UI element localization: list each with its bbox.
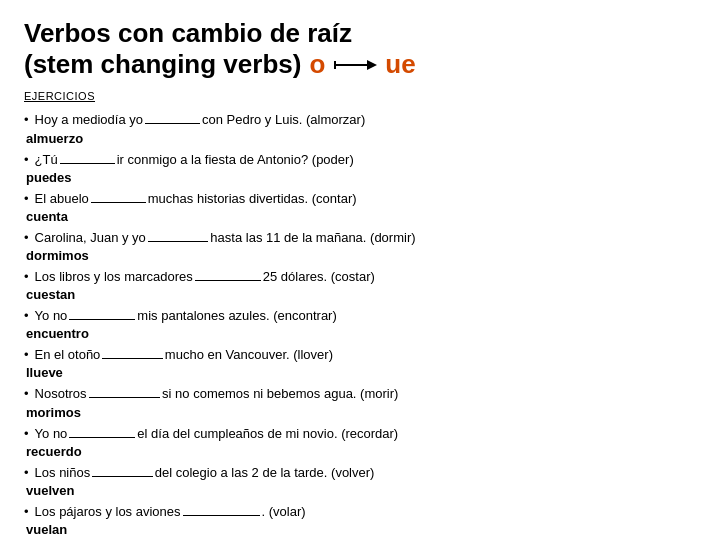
bullet: • (24, 150, 29, 170)
exercise-text-before: Carolina, Juan y yo (35, 228, 146, 248)
exercise-blank (69, 437, 135, 438)
exercise-line: •Yo no mis pantalones azules. (encontrar… (24, 306, 696, 326)
exercise-blank (102, 358, 163, 359)
exercise-item: •En el otoño mucho en Vancouver. (llover… (24, 345, 696, 380)
exercise-text-after: ir conmigo a la fiesta de Antonio? (pode… (117, 150, 354, 170)
title-ue: ue (385, 49, 415, 80)
arrow-icon (333, 56, 377, 74)
exercise-text-after: si no comemos ni bebemos agua. (morir) (162, 384, 398, 404)
exercise-blank (148, 241, 209, 242)
exercise-answer: almuerzo (26, 131, 696, 146)
exercise-text-before: Yo no (35, 424, 68, 444)
exercise-blank (195, 280, 261, 281)
exercise-text-after: con Pedro y Luis. (almorzar) (202, 110, 365, 130)
exercise-line: •Hoy a mediodía yo con Pedro y Luis. (al… (24, 110, 696, 130)
bullet: • (24, 345, 29, 365)
exercise-text-before: ¿Tú (35, 150, 58, 170)
bullet: • (24, 189, 29, 209)
exercise-line: •Nosotros si no comemos ni bebemos agua.… (24, 384, 696, 404)
exercise-text-before: Los pájaros y los aviones (35, 502, 181, 522)
exercise-answer: cuestan (26, 287, 696, 302)
exercise-line: •Los libros y los marcadores 25 dólares.… (24, 267, 696, 287)
exercise-line: •Carolina, Juan y yo hasta las 11 de la … (24, 228, 696, 248)
exercise-line: •¿Tú ir conmigo a la fiesta de Antonio? … (24, 150, 696, 170)
bullet: • (24, 502, 29, 522)
exercise-item: •Yo no el día del cumpleaños de mi novio… (24, 424, 696, 459)
exercise-text-after: el día del cumpleaños de mi novio. (reco… (137, 424, 398, 444)
exercise-blank (89, 397, 161, 398)
exercise-line: •En el otoño mucho en Vancouver. (llover… (24, 345, 696, 365)
exercise-answer: vuelan (26, 522, 696, 537)
exercise-item: •¿Tú ir conmigo a la fiesta de Antonio? … (24, 150, 696, 185)
exercise-text-before: En el otoño (35, 345, 101, 365)
page-container: Verbos con cambio de raíz (stem changing… (0, 0, 720, 540)
exercise-item: •El abuelo muchas historias divertidas. … (24, 189, 696, 224)
svg-marker-2 (367, 60, 377, 70)
exercise-blank (92, 476, 153, 477)
exercise-item: •Los libros y los marcadores 25 dólares.… (24, 267, 696, 302)
exercise-blank (60, 163, 115, 164)
bullet: • (24, 424, 29, 444)
exercise-text-after: mucho en Vancouver. (llover) (165, 345, 333, 365)
exercise-text-before: El abuelo (35, 189, 89, 209)
exercise-answer: cuenta (26, 209, 696, 224)
exercise-item: •Nosotros si no comemos ni bebemos agua.… (24, 384, 696, 419)
exercise-item: •Yo no mis pantalones azules. (encontrar… (24, 306, 696, 341)
exercise-line: •Los niños del colegio a las 2 de la tar… (24, 463, 696, 483)
exercise-item: •Carolina, Juan y yo hasta las 11 de la … (24, 228, 696, 263)
exercise-answer: vuelven (26, 483, 696, 498)
exercise-item: •Hoy a mediodía yo con Pedro y Luis. (al… (24, 110, 696, 145)
exercise-item: •Los pájaros y los aviones . (volar)vuel… (24, 502, 696, 537)
exercise-text-after: muchas historias divertidas. (contar) (148, 189, 357, 209)
exercise-line: •Los pájaros y los aviones . (volar) (24, 502, 696, 522)
bullet: • (24, 228, 29, 248)
exercise-answer: dormimos (26, 248, 696, 263)
exercise-text-after: mis pantalones azules. (encontrar) (137, 306, 336, 326)
exercise-line: •El abuelo muchas historias divertidas. … (24, 189, 696, 209)
exercise-answer: recuerdo (26, 444, 696, 459)
exercise-answer: encuentro (26, 326, 696, 341)
exercise-text-before: Hoy a mediodía yo (35, 110, 143, 130)
exercise-item: •Los niños del colegio a las 2 de la tar… (24, 463, 696, 498)
exercise-text-after: hasta las 11 de la mañana. (dormir) (210, 228, 415, 248)
exercise-text-before: Yo no (35, 306, 68, 326)
exercise-answer: morimos (26, 405, 696, 420)
bullet: • (24, 110, 29, 130)
exercise-answer: puedes (26, 170, 696, 185)
bullet: • (24, 306, 29, 326)
exercise-blank (183, 515, 260, 516)
exercise-blank (69, 319, 135, 320)
title-prefix: (stem changing verbs) (24, 49, 301, 80)
exercise-text-after: . (volar) (262, 502, 306, 522)
exercise-blank (145, 123, 200, 124)
title-line1: Verbos con cambio de raíz (24, 18, 696, 49)
title-o: o (309, 49, 325, 80)
bullet: • (24, 384, 29, 404)
bullet: • (24, 267, 29, 287)
title-line2: (stem changing verbs) o ue (24, 49, 696, 80)
exercise-line: •Yo no el día del cumpleaños de mi novio… (24, 424, 696, 444)
exercises-container: •Hoy a mediodía yo con Pedro y Luis. (al… (24, 110, 696, 537)
section-label: EJERCICIOS (24, 90, 696, 102)
bullet: • (24, 463, 29, 483)
exercise-text-before: Nosotros (35, 384, 87, 404)
exercise-blank (91, 202, 146, 203)
exercise-text-after: 25 dólares. (costar) (263, 267, 375, 287)
exercise-text-before: Los niños (35, 463, 91, 483)
exercise-text-after: del colegio a las 2 de la tarde. (volver… (155, 463, 375, 483)
exercise-answer: llueve (26, 365, 696, 380)
exercise-text-before: Los libros y los marcadores (35, 267, 193, 287)
